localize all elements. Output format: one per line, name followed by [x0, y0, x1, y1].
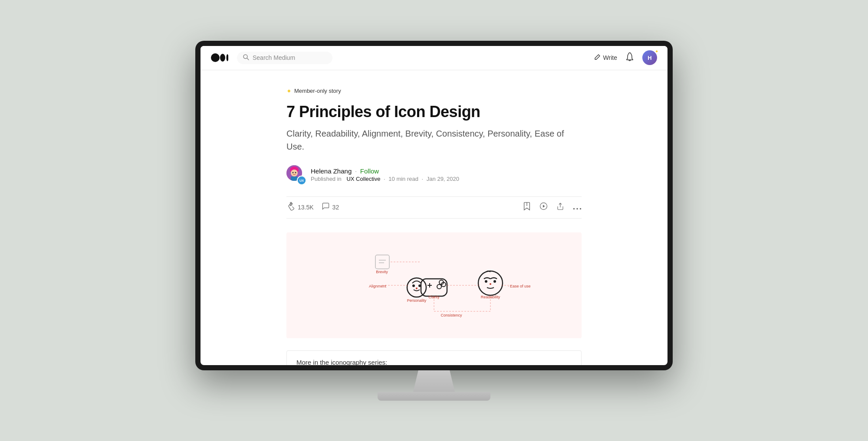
write-icon: [594, 54, 601, 62]
diagram-svg: Brevity: [300, 246, 568, 324]
clap-button[interactable]: 13.5K: [286, 202, 314, 213]
scene: Search Medium Write: [195, 41, 673, 401]
svg-line-4: [247, 58, 249, 60]
svg-point-17: [573, 208, 575, 209]
action-left: 13.5K 32: [286, 202, 339, 213]
author-info: Helena Zhang · Follow Published in UX Co…: [311, 167, 459, 182]
content-area: ✦ Member-only story 7 Principles of Icon…: [201, 70, 667, 365]
member-star-icon: ✦: [286, 88, 292, 95]
navbar-right: Write H ✦: [594, 50, 657, 65]
article-title: 7 Principles of Icon Design: [286, 102, 582, 121]
avatar-badge: ✦: [655, 49, 658, 54]
article-subtitle: Clarity, Readability, Alignment, Brevity…: [286, 127, 582, 153]
svg-point-1: [220, 54, 225, 62]
navbar: Search Medium Write: [201, 46, 667, 70]
member-badge-text: Member-only story: [294, 88, 341, 94]
user-avatar[interactable]: H ✦: [642, 50, 657, 65]
notification-icon[interactable]: [626, 52, 634, 63]
listen-icon[interactable]: [539, 202, 548, 212]
alignment-label: Alignment: [369, 284, 387, 288]
clap-count: 13.5K: [298, 204, 314, 211]
clap-icon: [286, 202, 295, 213]
medium-logo[interactable]: [211, 52, 228, 63]
consistency-label: Consistency: [441, 313, 462, 317]
svg-point-9: [295, 172, 296, 173]
more-series-box: More in the iconography series:: [286, 350, 582, 365]
svg-rect-20: [375, 255, 389, 269]
published-in-label: Published in: [311, 176, 342, 182]
svg-point-0: [211, 53, 220, 62]
action-right: [523, 202, 582, 213]
author-avatar: UX: [286, 165, 306, 184]
follow-button[interactable]: Follow: [360, 167, 379, 175]
article-container: ✦ Member-only story 7 Principles of Icon…: [286, 70, 582, 365]
author-meta: Published in UX Collective · 10 min read…: [311, 176, 459, 182]
comment-icon: [322, 202, 330, 212]
meta-separator-2: ·: [420, 176, 425, 182]
svg-point-2: [227, 54, 229, 61]
brevity-label: Brevity: [376, 270, 388, 274]
personality-label: Personality: [407, 298, 427, 303]
read-time: 10 min read: [388, 176, 418, 182]
share-icon[interactable]: [556, 202, 564, 213]
author-name[interactable]: Helena Zhang: [311, 167, 352, 175]
svg-point-36: [416, 287, 418, 289]
write-button[interactable]: Write: [594, 54, 617, 62]
svg-point-7: [291, 170, 298, 176]
publication-link[interactable]: UX Collective: [346, 176, 380, 182]
action-bar: 13.5K 32: [286, 196, 582, 219]
search-icon: [243, 54, 249, 62]
svg-point-30: [485, 280, 487, 283]
search-placeholder: Search Medium: [253, 54, 295, 61]
more-options-icon[interactable]: [573, 203, 582, 212]
svg-point-24: [437, 284, 441, 289]
comment-button[interactable]: 32: [322, 202, 339, 212]
comment-count: 32: [332, 204, 339, 211]
stand-base: [378, 392, 490, 401]
monitor-body: Search Medium Write: [195, 41, 673, 370]
author-avatar-secondary: UX: [297, 176, 306, 185]
write-label: Write: [603, 54, 617, 61]
ease-of-use-label: · Ease of use: [508, 284, 531, 288]
stand-neck: [408, 370, 460, 392]
svg-point-19: [580, 208, 581, 209]
dot-separator: ·: [355, 168, 357, 174]
svg-point-34: [412, 284, 415, 287]
author-name-row: Helena Zhang · Follow: [311, 167, 459, 175]
member-badge: ✦ Member-only story: [286, 88, 582, 95]
search-bar[interactable]: Search Medium: [237, 52, 332, 64]
publish-date: Jan 29, 2020: [427, 176, 459, 182]
bookmark-icon[interactable]: [523, 202, 531, 213]
more-series-text: More in the iconography series:: [296, 359, 387, 365]
diagram-container: Brevity: [286, 232, 582, 338]
svg-point-32: [490, 283, 491, 285]
meta-separator-1: ·: [382, 176, 387, 182]
svg-point-8: [293, 172, 294, 173]
monitor-stand: [195, 370, 673, 401]
svg-text:UX: UX: [299, 179, 304, 183]
svg-marker-15: [543, 205, 545, 208]
publication-separator: [343, 176, 345, 182]
svg-point-18: [576, 208, 578, 209]
svg-point-31: [493, 280, 496, 283]
svg-point-35: [418, 284, 421, 287]
author-row: UX Helena Zhang · Follow Publish: [286, 165, 582, 184]
screen: Search Medium Write: [201, 46, 667, 365]
